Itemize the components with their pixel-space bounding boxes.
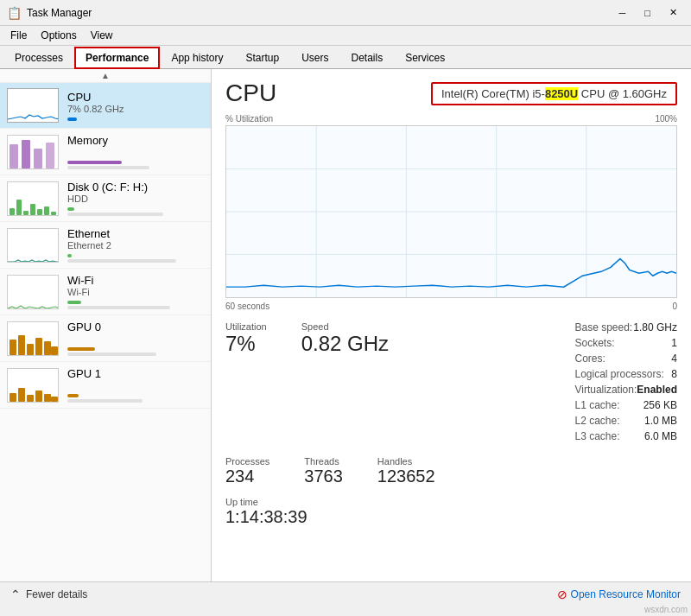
memory-thumbnail [7, 135, 59, 169]
sidebar-item-disk[interactable]: Disk 0 (C: F: H:) HDD [0, 175, 211, 222]
svg-rect-8 [30, 204, 35, 215]
tab-performance[interactable]: Performance [74, 47, 160, 69]
sockets-key: Sockets: [574, 337, 614, 349]
sidebar: ▲ CPU 7% 0.82 GHz [0, 69, 212, 581]
svg-rect-13 [18, 335, 25, 355]
utilization-label: Utilization [225, 321, 267, 332]
processes-label: Processes [225, 456, 269, 467]
svg-rect-11 [51, 212, 56, 215]
detail-header: CPU Intel(R) Core(TM) i5-8250U CPU @ 1.6… [225, 79, 677, 107]
menu-options[interactable]: Options [34, 28, 83, 43]
uptime-label: Up time [225, 497, 307, 507]
svg-rect-4 [46, 143, 54, 168]
gpu0-thumbnail [7, 321, 59, 356]
cores-val: 4 [671, 352, 677, 365]
fewer-details-icon: ⌃ [10, 587, 21, 601]
svg-rect-20 [27, 395, 34, 402]
gpu1-label: GPU 1 [67, 367, 204, 403]
scroll-up-button[interactable]: ▲ [0, 69, 211, 83]
subtitle-suffix: CPU @ 1.60GHz [578, 87, 667, 100]
base-speed-val: 1.80 GHz [633, 321, 677, 333]
sidebar-item-wifi[interactable]: Wi-Fi Wi-Fi [0, 269, 211, 315]
disk-label: Disk 0 (C: F: H:) HDD [67, 181, 204, 216]
stat-handles: Handles 123652 [377, 456, 435, 486]
minimize-button[interactable]: ─ [612, 6, 633, 20]
tab-users[interactable]: Users [290, 47, 339, 69]
menu-view[interactable]: View [84, 28, 120, 43]
fewer-details-button[interactable]: ⌃ Fewer details [10, 587, 87, 601]
fewer-details-label: Fewer details [26, 588, 87, 600]
disk-bar [67, 207, 74, 211]
gpu1-thumbnail [7, 368, 59, 403]
svg-rect-7 [23, 211, 29, 215]
svg-rect-22 [44, 394, 51, 402]
svg-rect-6 [16, 200, 22, 215]
ethernet-sub: Ethernet 2 [67, 240, 204, 251]
stats-row-3: Up time 1:14:38:39 [225, 497, 677, 527]
wifi-thumbnail [7, 275, 59, 309]
sidebar-item-gpu1[interactable]: GPU 1 [0, 362, 211, 409]
l1-key: L1 cache: [574, 399, 619, 411]
cpu-label: CPU 7% 0.82 GHz [67, 91, 204, 121]
tab-services[interactable]: Services [394, 47, 456, 69]
svg-rect-12 [10, 340, 16, 355]
ethernet-label: Ethernet Ethernet 2 [67, 227, 204, 263]
menu-bar: File Options View [0, 26, 691, 46]
gpu1-name: GPU 1 [67, 367, 204, 380]
ethernet-thumbnail [7, 228, 59, 263]
memory-bar [67, 161, 122, 164]
svg-rect-21 [35, 391, 42, 402]
svg-rect-14 [27, 344, 34, 355]
wifi-bar-secondary [67, 306, 170, 309]
wifi-bar [67, 301, 81, 304]
svg-rect-15 [35, 338, 42, 355]
menu-file[interactable]: File [3, 28, 34, 43]
svg-rect-23 [51, 397, 58, 402]
virtualization-row: Virtualization: Enabled [574, 384, 677, 396]
stat-uptime: Up time 1:14:38:39 [225, 497, 307, 527]
tab-details[interactable]: Details [339, 47, 394, 69]
l3-val: 6.0 MB [644, 430, 677, 442]
tab-app-history[interactable]: App history [160, 47, 234, 69]
footer: ⌃ Fewer details ⊘ Open Resource Monitor [0, 581, 691, 606]
cores-row: Cores: 4 [574, 352, 677, 365]
svg-rect-19 [18, 388, 25, 402]
x-label-left: 60 seconds [225, 302, 269, 311]
chart-y-labels: % Utilization 100% [225, 114, 677, 124]
tab-bar: Processes Performance App history Startu… [0, 46, 691, 69]
sidebar-item-gpu0[interactable]: GPU 0 [0, 315, 211, 362]
open-resource-monitor-button[interactable]: ⊘ Open Resource Monitor [557, 587, 681, 601]
gpu0-name: GPU 0 [67, 321, 204, 333]
virtualization-val: Enabled [637, 384, 677, 396]
sidebar-item-cpu[interactable]: CPU 7% 0.82 GHz [0, 83, 211, 129]
l2-row: L2 cache: 1.0 MB [574, 415, 677, 427]
memory-bar-secondary [67, 166, 149, 169]
svg-rect-1 [10, 144, 18, 168]
ethernet-name: Ethernet [67, 227, 204, 240]
base-speed-row: Base speed: 1.80 GHz [574, 321, 677, 333]
close-button[interactable]: ✕ [662, 5, 684, 20]
stat-speed: Speed 0.82 GHz [301, 321, 389, 446]
threads-label: Threads [304, 456, 343, 467]
tab-processes[interactable]: Processes [3, 47, 74, 69]
stats-row-1: Utilization 7% Speed 0.82 GHz Base speed… [225, 321, 677, 446]
sidebar-item-ethernet[interactable]: Ethernet Ethernet 2 [0, 222, 211, 269]
chart-area [225, 125, 677, 298]
subtitle-prefix: Intel(R) Core(TM) i5- [441, 87, 545, 100]
maximize-button[interactable]: □ [637, 6, 657, 20]
tab-startup[interactable]: Startup [234, 47, 290, 69]
l3-row: L3 cache: 6.0 MB [574, 430, 677, 442]
disk-name: Disk 0 (C: F: H:) [67, 181, 204, 194]
resource-monitor-icon: ⊘ [557, 587, 567, 601]
sockets-val: 1 [671, 337, 677, 349]
handles-label: Handles [377, 456, 435, 467]
svg-rect-16 [44, 341, 51, 355]
gpu0-sub [67, 333, 204, 344]
sidebar-item-memory[interactable]: Memory [0, 129, 211, 175]
wifi-sub: Wi-Fi [67, 287, 204, 297]
y-label-left: % Utilization [225, 114, 273, 124]
logical-proc-key: Logical processors: [574, 368, 663, 380]
title-bar: 📋 Task Manager ─ □ ✕ [0, 0, 691, 26]
stat-utilization: Utilization 7% [225, 321, 267, 446]
main-content: ▲ CPU 7% 0.82 GHz [0, 69, 691, 581]
